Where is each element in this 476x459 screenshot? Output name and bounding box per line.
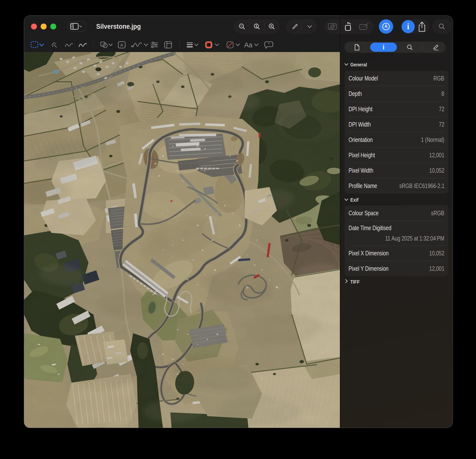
svg-text:”: ” [268,42,270,46]
svg-text:A: A [120,43,123,48]
